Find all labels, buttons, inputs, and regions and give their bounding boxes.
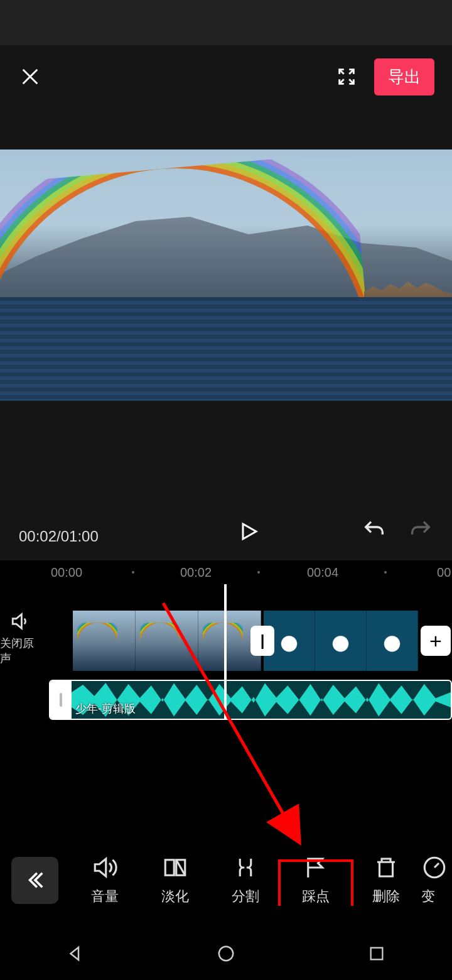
svg-rect-5 [371, 948, 383, 960]
audio-clip[interactable]: 少年-剪辑版 [49, 680, 452, 720]
preview-sea [0, 297, 452, 401]
add-clip-button[interactable]: + [421, 626, 451, 656]
audio-clip-name: 少年-剪辑版 [75, 701, 136, 716]
circle-home-icon [217, 944, 235, 963]
video-clip-1[interactable] [73, 611, 261, 671]
tool-fade[interactable]: 淡化 [140, 854, 210, 906]
top-bar: 导出 [0, 45, 452, 108]
timeline[interactable]: 00:00 00:02 00:04 00: 关闭原声 | + [0, 560, 452, 732]
ruler-dot [257, 571, 260, 574]
chevron-left-icon [24, 869, 46, 891]
nav-back-button[interactable] [62, 940, 89, 967]
trash-icon [373, 854, 399, 881]
tool-label: 踩点 [302, 887, 330, 906]
audio-clip-handle[interactable] [50, 681, 72, 719]
bottom-toolbar: 音量 淡化 分割 踩点 删除 变 [0, 833, 452, 927]
svg-point-4 [219, 947, 234, 961]
close-icon [19, 66, 41, 87]
tool-label: 删除 [372, 887, 400, 906]
redo-button [408, 518, 433, 545]
tool-label: 分割 [232, 887, 259, 906]
time-ruler[interactable]: 00:00 00:02 00:04 00: [0, 560, 452, 584]
split-icon [232, 854, 259, 881]
time-display: 00:02/01:00 [19, 528, 99, 545]
ruler-tick: 00:04 [307, 565, 338, 580]
tool-volume[interactable]: 音量 [70, 854, 140, 906]
fullscreen-icon [336, 66, 357, 87]
system-nav-bar [0, 927, 452, 980]
tool-label: 音量 [91, 887, 119, 906]
status-bar [0, 0, 452, 45]
tool-label: 淡化 [161, 887, 189, 906]
ruler-tick: 00:00 [51, 565, 82, 580]
ruler-tick: 00: [437, 565, 452, 580]
tool-split[interactable]: 分割 [210, 854, 281, 906]
play-icon [237, 520, 260, 543]
flag-icon [303, 854, 329, 881]
nav-recent-button[interactable] [363, 940, 390, 967]
ruler-tick: 00:02 [180, 565, 212, 580]
undo-icon [362, 518, 387, 543]
tool-label: 变 [421, 887, 435, 906]
export-button[interactable]: 导出 [374, 58, 434, 95]
close-button[interactable] [18, 64, 43, 89]
video-clip-2[interactable] [264, 611, 418, 671]
tool-delete[interactable]: 删除 [351, 854, 421, 906]
volume-icon [92, 854, 118, 881]
preview-area: 00:02/01:00 [0, 108, 452, 560]
square-recent-icon [368, 945, 385, 962]
play-button[interactable] [235, 518, 262, 545]
ruler-dot [384, 571, 387, 574]
toolbar-back-button[interactable] [11, 857, 58, 904]
playhead[interactable] [224, 584, 227, 720]
video-preview[interactable] [0, 150, 452, 401]
redo-icon [408, 518, 433, 543]
transition-button[interactable]: | [250, 626, 274, 656]
svg-rect-1 [165, 860, 174, 876]
triangle-back-icon [66, 944, 85, 963]
tool-speed[interactable]: 变 [421, 854, 446, 906]
tool-beat[interactable]: 踩点 [281, 854, 351, 906]
nav-home-button[interactable] [212, 940, 240, 967]
ruler-dot [132, 571, 134, 574]
speed-icon [421, 854, 446, 881]
fade-icon [162, 854, 188, 881]
fullscreen-button[interactable] [334, 64, 359, 89]
undo-button[interactable] [362, 518, 387, 545]
